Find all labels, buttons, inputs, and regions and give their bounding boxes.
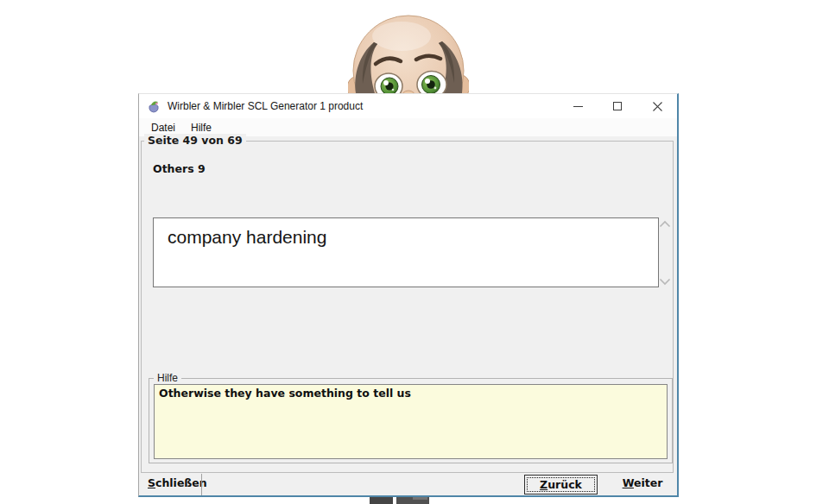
minimize-icon bbox=[573, 106, 583, 107]
chevron-down-icon[interactable] bbox=[659, 278, 671, 286]
window-title: Wirbler & Mirbler SCL Generator 1 produc… bbox=[168, 100, 363, 112]
window-controls bbox=[558, 94, 677, 118]
help-group: Hilfe Otherwise they have something to t… bbox=[149, 378, 673, 463]
footer: Schließen Zurück Weiter bbox=[139, 473, 677, 495]
background-window-fragment[interactable] bbox=[370, 497, 393, 504]
help-textbox[interactable]: Otherwise they have something to tell us bbox=[154, 384, 668, 459]
menu-datei[interactable]: Datei bbox=[143, 120, 183, 135]
close-button[interactable] bbox=[637, 94, 677, 118]
menu-hilfe[interactable]: Hilfe bbox=[183, 120, 219, 135]
chevron-up-icon[interactable] bbox=[659, 220, 671, 228]
zurueck-button[interactable]: Zurück bbox=[524, 475, 598, 495]
bald-head-cartoon bbox=[348, 8, 469, 93]
minimize-button[interactable] bbox=[558, 94, 598, 118]
maximize-button[interactable] bbox=[598, 94, 637, 118]
app-window: Wirbler & Mirbler SCL Generator 1 produc… bbox=[138, 93, 679, 497]
desktop: Wirbler & Mirbler SCL Generator 1 produc… bbox=[0, 0, 829, 504]
answer-text: company hardening bbox=[168, 227, 326, 247]
app-icon bbox=[147, 99, 161, 114]
weiter-button[interactable]: Weiter bbox=[616, 476, 669, 489]
question-label: Others 9 bbox=[153, 162, 206, 175]
title-bar[interactable]: Wirbler & Mirbler SCL Generator 1 produc… bbox=[139, 94, 677, 118]
schliessen-button[interactable]: Schließen bbox=[148, 476, 207, 489]
answer-textbox[interactable]: company hardening bbox=[153, 217, 659, 287]
window-body: Seite 49 von 69 Others 9 company hardeni… bbox=[139, 136, 677, 495]
help-group-title: Hilfe bbox=[154, 372, 181, 384]
maximize-icon bbox=[613, 102, 622, 110]
help-text: Otherwise they have something to tell us bbox=[159, 387, 411, 400]
page-group-title: Seite 49 von 69 bbox=[144, 134, 246, 147]
page-group: Seite 49 von 69 Others 9 company hardeni… bbox=[141, 141, 674, 473]
footer-separator bbox=[201, 474, 202, 495]
close-icon bbox=[653, 102, 662, 111]
answer-scrollbar bbox=[658, 217, 672, 343]
background-window-fragment bbox=[413, 497, 427, 500]
